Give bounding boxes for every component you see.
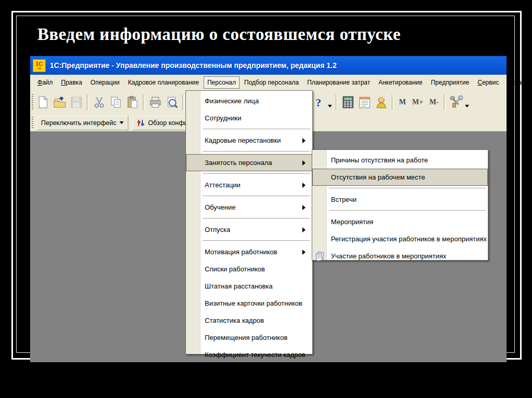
menu-item-label: Причины отсутствия на работе xyxy=(331,156,483,164)
menubar: ФайлПравкаОперацииКадровое планированиеП… xyxy=(30,75,507,91)
chevron-down-icon[interactable] xyxy=(328,105,332,107)
menu-item-label: Статистика кадров xyxy=(205,317,308,324)
employment-submenu-item-5[interactable]: Регистрация участия работников в меропри… xyxy=(312,230,488,248)
menubar-item-12[interactable]: Справка xyxy=(526,76,532,89)
calculator-icon[interactable] xyxy=(341,95,355,109)
1c-logo-icon: 1С v8 xyxy=(33,59,46,72)
menu-item-label: Регистрация участия работников в меропри… xyxy=(331,235,487,243)
personal-menu-item-5[interactable]: Аттестации xyxy=(186,176,312,194)
print-icon[interactable] xyxy=(148,95,163,109)
switch-interface-button[interactable]: Переключить интерфейс xyxy=(36,116,128,130)
personal-menu-item-13[interactable]: Перемещения работников xyxy=(186,329,312,346)
menubar-item-1[interactable]: Файл xyxy=(34,76,57,89)
menu-item-label: Кадровые перестановки xyxy=(205,136,302,144)
personal-menu-panel: Физические лицаСотрудникиКадровые перест… xyxy=(185,90,313,354)
personal-menu-item-10[interactable]: Штатная расстановка xyxy=(186,278,312,295)
m-minus-button[interactable]: M- xyxy=(429,98,438,106)
menu-item-label: Физические лица xyxy=(205,97,308,105)
menu-item-label: Встречи xyxy=(331,196,483,203)
save-icon[interactable] xyxy=(69,95,84,109)
personal-menu-item-11[interactable]: Визитные карточки работников xyxy=(186,295,312,312)
menu-item-label: Штатная расстановка xyxy=(205,282,308,290)
menu-separator xyxy=(312,186,488,191)
slide: Введем информацию о состоявшемся отпуске… xyxy=(0,0,532,398)
toolbar-separator xyxy=(87,94,89,110)
switch-interface-label: Переключить интерфейс xyxy=(41,119,116,127)
toolbar-separator xyxy=(182,94,184,110)
menubar-item-5[interactable]: Персонал xyxy=(204,76,240,89)
toolbar2-drag-handle-icon[interactable] xyxy=(32,117,33,129)
employment-submenu-item-1[interactable]: Причины отсутствия на работе xyxy=(312,152,488,169)
submenu-arrow-icon xyxy=(302,227,305,232)
m-plus-button[interactable]: M+ xyxy=(412,98,423,106)
menu-separator xyxy=(186,194,312,199)
config-overview-icon xyxy=(137,119,145,127)
menu-item-label: Списки работников xyxy=(205,265,308,273)
chevron-down-icon[interactable] xyxy=(465,105,469,107)
submenu-arrow-icon xyxy=(302,205,305,210)
menubar-item-2[interactable]: Правка xyxy=(58,76,86,89)
menu-item-label: Коэффициент текучести кадров xyxy=(205,351,308,359)
menu-item-label: Сотрудники xyxy=(205,114,308,122)
menu-item-label: Участие работников в мероприятиях xyxy=(331,252,483,260)
menu-separator xyxy=(186,238,312,243)
employment-submenu-panel: Причины отсутствия на работеОтсутствия н… xyxy=(312,149,488,260)
toolbar-separator xyxy=(336,94,338,110)
window-titlebar[interactable]: 1С v8 1С:Предприятие - Управление произв… xyxy=(30,56,507,75)
tools-icon[interactable] xyxy=(449,95,463,109)
personal-menu-item-14[interactable]: Коэффициент текучести кадров xyxy=(186,346,312,363)
menubar-item-7[interactable]: Планирование затрат xyxy=(303,76,374,89)
window-title: 1С:Предприятие - Управление производстве… xyxy=(50,61,337,70)
menu-separator xyxy=(186,127,312,132)
menubar-item-9[interactable]: Предприятие xyxy=(427,76,473,89)
menu-item-label: Занятость персонала xyxy=(205,159,302,167)
menubar-item-11[interactable]: Окна xyxy=(503,76,525,89)
personal-menu-item-12[interactable]: Статистика кадров xyxy=(186,312,312,329)
toolbar-separator xyxy=(444,94,446,110)
personal-menu-item-9[interactable]: Списки работников xyxy=(186,260,312,278)
personal-menu-item-7[interactable]: Отпуска xyxy=(186,221,312,238)
employment-submenu-item-2[interactable]: Отсутствия на рабочем месте xyxy=(312,169,488,186)
submenu-arrow-icon xyxy=(302,183,305,188)
journal-icon xyxy=(314,250,326,262)
menubar-item-10[interactable]: Сервис xyxy=(474,76,502,89)
copy-icon[interactable] xyxy=(109,95,123,109)
employment-submenu-item-3[interactable]: Встречи xyxy=(312,191,488,208)
menu-body: Причины отсутствия на работеОтсутствия н… xyxy=(312,150,488,265)
menu-item-label: Отсутствия на рабочем месте xyxy=(331,173,483,181)
employment-submenu-item-6[interactable]: Участие работников в мероприятиях xyxy=(312,248,488,265)
person-icon[interactable] xyxy=(374,95,389,109)
personal-menu-item-3[interactable]: Кадровые перестановки xyxy=(186,132,312,149)
personal-menu-item-4[interactable]: Занятость персонала xyxy=(186,154,312,171)
menubar-item-3[interactable]: Операции xyxy=(87,76,123,89)
menubar-item-4[interactable]: Кадровое планирование xyxy=(124,76,203,89)
print-preview-icon[interactable] xyxy=(165,95,179,109)
menu-item-label: Визитные карточки работников xyxy=(205,299,308,307)
toolbar-separator xyxy=(143,94,145,110)
slide-title: Введем информацию о состоявшемся отпуске xyxy=(37,25,505,44)
help-icon[interactable]: ? xyxy=(312,95,326,109)
menu-item-label: Мотивация работников xyxy=(205,248,302,256)
personal-menu-item-2[interactable]: Сотрудники xyxy=(186,109,312,127)
chevron-down-icon xyxy=(119,121,124,124)
personal-menu-item-8[interactable]: Мотивация работников xyxy=(186,243,312,260)
personal-menu-item-1[interactable]: Физические лица xyxy=(186,92,312,109)
menubar-item-8[interactable]: Анкетирование xyxy=(375,76,426,89)
menu-separator xyxy=(186,149,312,154)
cut-icon[interactable] xyxy=(92,95,107,109)
calendar-icon[interactable] xyxy=(357,95,372,109)
open-icon[interactable] xyxy=(52,95,67,109)
toolbar-separator xyxy=(392,94,394,110)
svg-text:?: ? xyxy=(316,97,322,109)
menu-item-label: Отпуска xyxy=(205,226,302,234)
toolbar-right-group: ?MM+M- xyxy=(311,90,471,114)
m-button[interactable]: M xyxy=(399,98,406,106)
menubar-item-6[interactable]: Подбор персонала xyxy=(241,76,302,89)
personal-menu-item-6[interactable]: Обучение xyxy=(186,199,312,216)
paste-icon[interactable] xyxy=(125,95,140,109)
employment-submenu-item-4[interactable]: Мероприятия xyxy=(312,213,488,230)
menu-separator xyxy=(186,216,312,221)
toolbar-drag-handle-icon[interactable] xyxy=(32,94,33,111)
menu-body: Физические лицаСотрудникиКадровые перест… xyxy=(186,91,312,363)
new-document-icon[interactable] xyxy=(36,95,50,109)
